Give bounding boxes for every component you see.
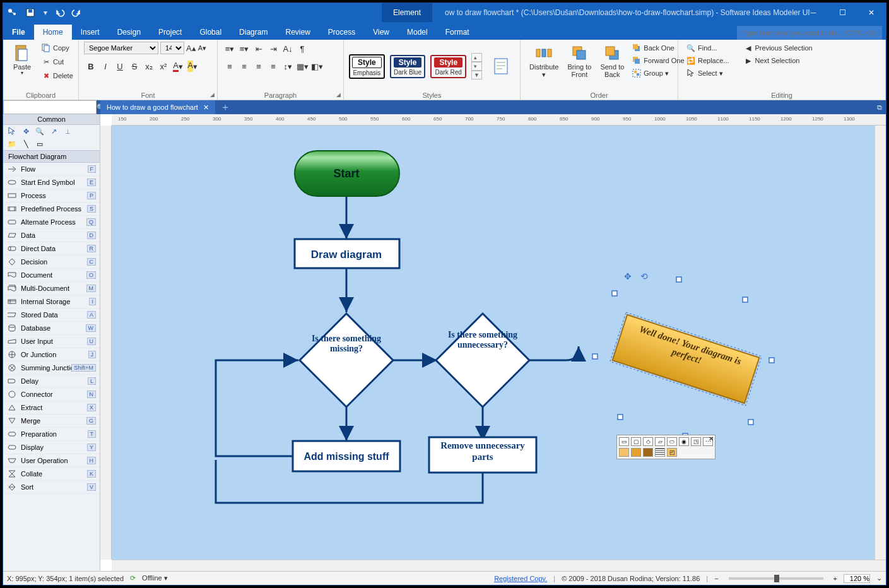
toolbox-item[interactable]: DatabaseW	[3, 322, 100, 335]
zoom-out-button[interactable]: −	[714, 575, 718, 582]
toolbox-item[interactable]: SortV	[3, 481, 100, 494]
container-tool-icon[interactable]: ▭	[35, 139, 45, 149]
font-size-select[interactable]: 14	[160, 42, 184, 54]
qc-lines[interactable]	[655, 448, 665, 457]
toolbox-item[interactable]: ProcessP	[3, 189, 100, 203]
move-tool-icon[interactable]: ✥	[21, 126, 31, 136]
toolbox-item[interactable]: Stored DataA	[3, 309, 100, 322]
qs-cyl-icon[interactable]: ◉	[679, 437, 689, 446]
context-tab-element[interactable]: Element	[382, 3, 432, 22]
toggle-marks-button[interactable]: ¶	[295, 42, 309, 56]
toolbox-item[interactable]: Internal StorageI	[3, 295, 100, 309]
tab-project[interactable]: Project	[150, 25, 191, 40]
style-gallery-down-icon[interactable]: ▾	[471, 62, 482, 71]
tab-diagram[interactable]: Diagram	[230, 25, 276, 40]
status-sync-icon[interactable]: ⟳	[130, 574, 136, 582]
tab-model[interactable]: Model	[398, 25, 437, 40]
new-tab-button[interactable]: ＋	[215, 101, 235, 114]
delete-button[interactable]: ✖Delete	[38, 69, 76, 82]
font-launcher-icon[interactable]: ◢	[210, 91, 215, 98]
toolbox-category-header[interactable]: Flowchart Diagram	[3, 150, 100, 163]
qc-2[interactable]	[631, 448, 641, 457]
bullets-button[interactable]: ≡▾	[223, 42, 237, 56]
numbering-button[interactable]: ≡▾	[237, 42, 251, 56]
cut-button[interactable]: ✂Cut	[38, 56, 76, 68]
toolbox-item[interactable]: FlowF	[3, 163, 100, 176]
indent-button[interactable]: ⇥	[266, 42, 280, 56]
qc-1[interactable]	[619, 448, 629, 457]
close-tab-icon[interactable]: ✕	[203, 103, 209, 112]
tab-home[interactable]: Home	[34, 25, 72, 40]
previous-selection-button[interactable]: ◀Previous Selection	[741, 42, 815, 54]
copy-button[interactable]: Copy	[38, 42, 76, 54]
tell-me-search[interactable]	[737, 26, 882, 40]
quick-shape-toolbar[interactable]: ✕ ▭ ▢ ◇ ▱ ⬭ ◉ ◳ ⋯	[616, 435, 715, 459]
superscript-button[interactable]: x²	[156, 59, 170, 73]
redo-icon[interactable]	[70, 7, 81, 18]
qc-3[interactable]	[643, 448, 653, 457]
text-tool-icon[interactable]: ⟂	[62, 126, 73, 136]
toolbox-item[interactable]: DecisionC	[3, 256, 100, 269]
tab-process[interactable]: Process	[319, 25, 364, 40]
borders-button[interactable]: ▦▾	[295, 59, 309, 73]
font-family-select[interactable]: Segoe Marker	[84, 42, 158, 54]
next-selection-button[interactable]: ▶Next Selection	[741, 54, 815, 67]
folder-tool-icon[interactable]: 📁	[7, 139, 17, 149]
toolbox-item[interactable]: ExtractX	[3, 401, 100, 415]
align-left-button[interactable]: ≡	[223, 59, 237, 73]
toolbox-item[interactable]: Direct DataR	[3, 242, 100, 256]
toolbox-item[interactable]: DocumentO	[3, 269, 100, 282]
horizontal-scrollbar[interactable]	[112, 560, 886, 571]
toolbox-item[interactable]: User InputU	[3, 335, 100, 348]
diagram-canvas[interactable]: Start Draw diagram Is there something mi…	[112, 126, 874, 560]
zoom-value-input[interactable]	[844, 574, 870, 583]
strike-button[interactable]: S	[127, 59, 141, 73]
tab-bar-menu-icon[interactable]: ⧉	[873, 103, 886, 112]
shrink-font-button[interactable]: A▾	[198, 44, 206, 52]
style-gallery-up-icon[interactable]: ▴	[471, 53, 482, 62]
toolbox-item[interactable]: CollateK	[3, 467, 100, 481]
zoom-slider[interactable]	[729, 577, 823, 580]
toolbox-item[interactable]: Start End SymbolE	[3, 176, 100, 189]
toolbox-item[interactable]: DataD	[3, 229, 100, 242]
qc-note[interactable]: ◰	[667, 448, 677, 457]
toolbox-item[interactable]: Or JunctionJ	[3, 348, 100, 362]
qs-data-icon[interactable]: ▱	[655, 437, 665, 446]
toolbox-item[interactable]: MergeG	[3, 415, 100, 428]
toolbox-item[interactable]: DelayL	[3, 375, 100, 388]
outdent-button[interactable]: ⇤	[252, 42, 266, 56]
shading-button[interactable]: ◧▾	[310, 59, 324, 73]
tab-view[interactable]: View	[364, 25, 398, 40]
styles-pane-button[interactable]	[487, 55, 515, 78]
bring-to-front-button[interactable]: Bring to Front	[563, 42, 595, 79]
distribute-button[interactable]: Distribute▾	[526, 42, 562, 79]
tab-file[interactable]: File	[3, 25, 34, 40]
document-tab[interactable]: How to draw a good flowchart ✕	[100, 100, 215, 114]
underline-button[interactable]: U	[113, 59, 127, 73]
qat-dropdown-icon[interactable]: ▾	[40, 7, 51, 18]
toolbox-item[interactable]: User OperationH	[3, 454, 100, 467]
style-gallery-more-icon[interactable]: ▼	[471, 71, 482, 79]
justify-button[interactable]: ≡	[266, 59, 280, 73]
style-dark-red[interactable]: Style Dark Red	[430, 55, 466, 78]
select-button[interactable]: Select ▾	[683, 67, 732, 79]
qs-rrect-icon[interactable]: ▢	[631, 437, 641, 446]
find-button[interactable]: 🔍Find...	[683, 42, 732, 54]
status-offline[interactable]: Offline ▾	[142, 574, 168, 582]
sort-button[interactable]: A↓	[281, 42, 295, 56]
style-emphasis[interactable]: Style Emphasis	[349, 54, 385, 79]
zoom-in-button[interactable]: +	[833, 575, 837, 582]
highlight-button[interactable]: A▾	[185, 59, 199, 73]
paragraph-launcher-icon[interactable]: ◢	[336, 91, 341, 98]
tab-global[interactable]: Global	[191, 25, 230, 40]
vertical-scrollbar[interactable]	[874, 126, 886, 560]
grow-font-button[interactable]: A▴	[186, 44, 196, 53]
paste-button[interactable]: Paste▾	[8, 42, 36, 78]
zoom-dropdown-icon[interactable]: ⌄	[876, 574, 882, 582]
tab-format[interactable]: Format	[437, 25, 478, 40]
tab-design[interactable]: Design	[109, 25, 150, 40]
save-icon[interactable]	[25, 7, 36, 18]
align-center-button[interactable]: ≡	[237, 59, 251, 73]
pan-tool-icon[interactable]: ↗	[49, 126, 59, 136]
pointer-tool-icon[interactable]	[7, 126, 17, 136]
